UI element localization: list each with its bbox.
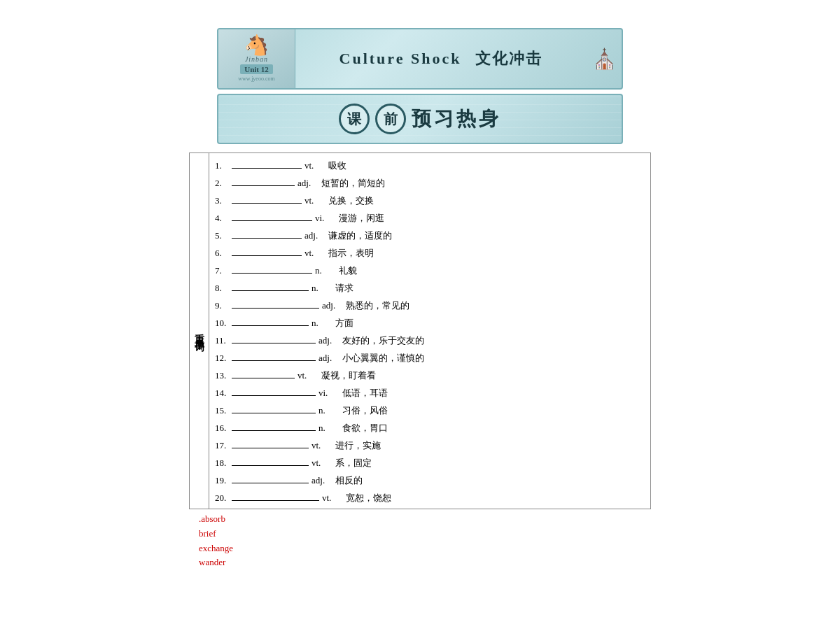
sub-banner-content: 课 前 预习热身	[339, 104, 501, 134]
part-of-speech: n.	[318, 405, 340, 416]
carriage-icon: 🐴	[244, 36, 269, 55]
table-row: 16. n. 食欲，胃口	[215, 418, 645, 436]
row-number: 11.	[215, 335, 232, 346]
row-number: 13.	[215, 370, 232, 381]
jinban-text: Jinban	[245, 55, 268, 63]
answer-blank[interactable]	[232, 420, 316, 431]
list-item: brief	[199, 527, 661, 541]
answer-blank[interactable]	[232, 332, 316, 343]
answer-blank[interactable]	[232, 210, 312, 221]
answer-blank[interactable]	[232, 315, 309, 326]
badge-qian: 前	[375, 104, 406, 134]
table-row: 8. n. 请求	[215, 278, 645, 296]
part-of-speech: vt.	[304, 195, 326, 206]
table-row: 20. vt. 宽恕，饶恕	[215, 488, 645, 506]
sub-banner: 课 前 预习热身	[217, 94, 623, 144]
part-of-speech: adj.	[312, 475, 332, 486]
meaning: 短暂的，简短的	[321, 177, 385, 190]
answer-blank[interactable]	[232, 157, 302, 169]
meaning: 宽恕，饶恕	[346, 492, 391, 504]
row-number: 1.	[215, 160, 232, 171]
answer-blank[interactable]	[232, 175, 295, 186]
answer-blank[interactable]	[232, 350, 316, 361]
meaning: 熟悉的，常见的	[346, 299, 410, 312]
part-of-speech: vt.	[298, 370, 318, 381]
answer-blank[interactable]	[232, 472, 309, 483]
list-item: .absorb	[199, 512, 661, 527]
table-row: 9. adj. 熟悉的，常见的	[215, 296, 645, 313]
row-number: 12.	[215, 353, 232, 364]
row-number: 7.	[215, 265, 232, 276]
meaning: 食欲，胃口	[342, 422, 388, 434]
table-row: 4. vi. 漫游，闲逛	[215, 208, 645, 226]
part-of-speech: adj.	[304, 230, 326, 241]
answer-blank[interactable]	[232, 192, 302, 204]
header-logo: 🐴 Jinban Unit 12 www.jyeoo.com	[218, 28, 295, 90]
answer-blank[interactable]	[232, 437, 309, 448]
table-row: 13. vt. 凝视，盯着看	[215, 366, 645, 383]
meaning: 方面	[335, 317, 354, 329]
table-row: 19. adj. 相反的	[215, 471, 645, 488]
part-of-speech: adj.	[322, 300, 343, 311]
part-of-speech: adj.	[318, 353, 340, 364]
meaning: 小心翼翼的，谨慎的	[342, 352, 424, 364]
table-row: 7. n. 礼貌	[215, 261, 645, 278]
table-row: 1. vt. 吸收	[215, 156, 645, 173]
table-row: 2. adj. 短暂的，简短的	[215, 173, 645, 191]
table-row: 10. n. 方面	[215, 313, 645, 331]
meaning: 吸收	[328, 160, 346, 172]
answer-blank[interactable]	[232, 490, 319, 501]
part-of-speech: n.	[315, 265, 336, 276]
part-of-speech: vt.	[312, 458, 332, 469]
table-row: 5. adj. 谦虚的，适度的	[215, 226, 645, 243]
vocab-table: 1. vt. 吸收 2. adj. 短暂的，简短的 3. vt. 兑换，交换 4…	[209, 153, 651, 509]
meaning: 兑换，交换	[328, 194, 374, 207]
header-title-area: Culture Shock 文化冲击	[295, 48, 587, 69]
sidebar-text: 重点单词	[193, 325, 206, 336]
church-icon: ⛪	[587, 48, 622, 71]
row-number: 2.	[215, 178, 232, 189]
table-row: 17. vt. 进行，实施	[215, 436, 645, 453]
table-row: 3. vt. 兑换，交换	[215, 191, 645, 208]
meaning: 谦虚的，适度的	[328, 229, 392, 242]
meaning: 相反的	[335, 474, 363, 487]
part-of-speech: adj.	[298, 178, 318, 189]
part-of-speech: vt.	[322, 492, 343, 504]
row-number: 9.	[215, 300, 232, 311]
answer-blank[interactable]	[232, 402, 316, 413]
part-of-speech: adj.	[318, 335, 340, 346]
sub-title: 预习热身	[412, 106, 501, 132]
part-of-speech: vi.	[315, 213, 336, 224]
part-of-speech: n.	[318, 423, 340, 434]
answer-blank[interactable]	[232, 297, 319, 309]
meaning: 习俗，风俗	[342, 404, 388, 417]
table-row: 6. vt. 指示，表明	[215, 243, 645, 261]
meaning: 进行，实施	[335, 439, 381, 452]
part-of-speech: vt.	[312, 440, 332, 451]
row-number: 19.	[215, 475, 232, 486]
badge-ke: 课	[339, 104, 370, 134]
row-number: 10.	[215, 318, 232, 329]
row-number: 3.	[215, 195, 232, 206]
answer-blank[interactable]	[232, 367, 295, 378]
part-of-speech: vi.	[318, 388, 340, 399]
row-number: 6.	[215, 248, 232, 259]
answer-blank[interactable]	[232, 455, 309, 466]
answer-blank[interactable]	[232, 385, 316, 396]
answer-blank[interactable]	[232, 280, 309, 291]
english-title: Culture Shock	[340, 50, 462, 68]
answer-blank[interactable]	[232, 262, 312, 274]
row-number: 17.	[215, 440, 232, 451]
meaning: 指示，表明	[328, 247, 374, 260]
row-number: 14.	[215, 388, 232, 399]
table-row: 15. n. 习俗，风俗	[215, 401, 645, 418]
answer-blank[interactable]	[232, 245, 302, 256]
part-of-speech: n.	[312, 318, 332, 329]
meaning: 漫游，闲逛	[339, 212, 384, 225]
chinese-title: 文化冲击	[475, 48, 542, 69]
meaning: 系，固定	[335, 457, 372, 469]
list-item: exchange	[199, 541, 661, 556]
answer-blank[interactable]	[232, 227, 302, 239]
part-of-speech: vt.	[304, 248, 326, 259]
meaning: 凝视，盯着看	[321, 369, 376, 382]
